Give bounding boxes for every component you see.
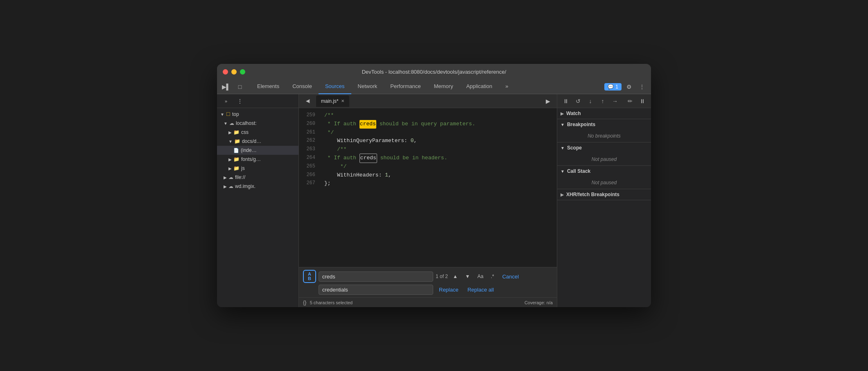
main-area: » ⋮ ▼ ☐ top ▼ ☁ localhost: ▶ (217, 94, 651, 307)
sidebar-header: » ⋮ (217, 94, 298, 108)
tree-item-localhost[interactable]: ▼ ☁ localhost: (217, 119, 298, 128)
line-numbers: 259 260 261 262 263 264 265 266 267 (299, 108, 319, 267)
step-into-button[interactable]: ↓ (585, 96, 596, 106)
cancel-button[interactable]: Cancel (499, 272, 522, 281)
status-left: {} 5 characters selected (303, 299, 353, 305)
tree-label: wd.imgix. (235, 183, 255, 189)
status-bar: {} 5 characters selected Coverage: n/a (299, 297, 557, 307)
file-icon: 📄 (233, 148, 239, 153)
line-num-261: 261 (299, 129, 315, 137)
close-button[interactable] (223, 69, 228, 75)
replace-all-button[interactable]: Replace all (464, 285, 497, 294)
pause-button[interactable]: ⏸ (561, 96, 571, 106)
replace-row: Replace Replace all (303, 285, 553, 295)
close-tab-icon[interactable]: ✕ (341, 99, 344, 103)
inspect-icon[interactable]: □ (234, 81, 246, 93)
tree-label: (inde… (241, 147, 257, 153)
code-line-259: /** (324, 111, 557, 120)
breakpoints-section-header[interactable]: ▼ Breakpoints (557, 119, 651, 130)
match-case-button[interactable]: Aa (475, 273, 486, 280)
scope-section-label: Scope (567, 145, 582, 151)
regex-button[interactable]: .* (488, 273, 497, 280)
tab-sources[interactable]: Sources (319, 79, 351, 94)
code-line-266: WithinHeaders: 1, (324, 171, 557, 180)
devtools-window: DevTools - localhost:8080/docs/devtools/… (217, 64, 651, 307)
tree-item-js[interactable]: ▶ 📁 js (217, 164, 298, 173)
line-num-263: 263 (299, 145, 315, 154)
editor-tab-mainjs[interactable]: main.js* ✕ (316, 95, 349, 107)
xhr-breakpoints-section-header[interactable]: ▶ XHR/fetch Breakpoints (557, 189, 651, 200)
line-num-264: 264 (299, 154, 315, 163)
tree-label: css (241, 129, 249, 135)
step-over-button[interactable]: ↺ (573, 96, 583, 106)
chevron-right-icon: ▶ (224, 184, 227, 189)
pause-on-exceptions-button[interactable]: ⏸ (637, 96, 648, 106)
xhr-breakpoints-section: ▶ XHR/fetch Breakpoints (557, 189, 651, 200)
search-input[interactable] (319, 271, 433, 282)
scope-section-header[interactable]: ▼ Scope (557, 143, 651, 153)
search-next-button[interactable]: ▼ (463, 271, 472, 281)
file-tree: ▼ ☐ top ▼ ☁ localhost: ▶ 📁 css (217, 108, 298, 307)
cursor-icon[interactable]: ▶▌ (220, 81, 232, 93)
tree-item-fonts[interactable]: ▶ 📁 fonts/g… (217, 155, 298, 164)
call-stack-section-header[interactable]: ▼ Call Stack (557, 166, 651, 176)
chevron-right-icon: ▶ (228, 166, 232, 171)
tree-label: top (232, 111, 239, 117)
call-stack-not-paused-text: Not paused (592, 180, 617, 186)
chevron-right-icon: ▶ (228, 130, 232, 135)
ab-toggle-button[interactable]: AB (303, 270, 316, 283)
editor-area: ◀| main.js* ✕ ▶ 259 260 261 262 263 264 (299, 94, 557, 307)
tab-performance[interactable]: Performance (384, 79, 427, 94)
braces-icon: {} (303, 299, 307, 305)
tab-memory[interactable]: Memory (427, 79, 460, 94)
watch-section-label: Watch (566, 111, 581, 116)
line-num-265: 265 (299, 163, 315, 171)
replace-input[interactable] (319, 285, 433, 295)
code-line-263: /** (324, 145, 557, 154)
sidebar-expand-icon[interactable]: » (220, 95, 232, 107)
search-replace-bar: AB 1 of 2 ▲ ▼ Aa .* Cancel Replace (299, 267, 557, 297)
tab-application[interactable]: Application (460, 79, 499, 94)
watch-section: ▶ Watch (557, 108, 651, 119)
search-highlight-1: creds (359, 120, 376, 129)
tab-console[interactable]: Console (286, 79, 319, 94)
settings-button[interactable]: ⚙ (623, 81, 635, 93)
line-num-267: 267 (299, 179, 315, 188)
replace-button[interactable]: Replace (436, 285, 462, 294)
tab-more[interactable]: » (499, 79, 515, 94)
chevron-down-icon: ▼ (220, 112, 224, 117)
tree-item-top[interactable]: ▼ ☐ top (217, 110, 298, 119)
ab-toggle-label: AB (308, 272, 311, 281)
sidebar-menu-icon[interactable]: ⋮ (234, 95, 246, 107)
tab-elements[interactable]: Elements (251, 79, 286, 94)
step-out-button[interactable]: ↑ (597, 96, 608, 106)
line-num-259: 259 (299, 111, 315, 120)
more-menu-button[interactable]: ⋮ (636, 81, 648, 93)
traffic-lights (223, 69, 245, 75)
search-prev-button[interactable]: ▲ (450, 271, 460, 281)
tree-item-wd-imgix[interactable]: ▶ ☁ wd.imgix. (217, 182, 298, 191)
run-snippet-icon[interactable]: ▶ (542, 95, 554, 107)
code-line-262: WithinQueryParameters: 0, (324, 137, 557, 145)
code-line-260: * If auth creds should be in query param… (324, 120, 557, 129)
code-view[interactable]: 259 260 261 262 263 264 265 266 267 /** … (299, 108, 557, 267)
editor-tab-bar: ◀| main.js* ✕ ▶ (299, 94, 557, 108)
tree-item-index[interactable]: 📄 (inde… (217, 146, 298, 155)
cloud-icon: ☁ (228, 174, 233, 180)
cloud-icon: ☁ (229, 120, 234, 126)
step-button[interactable]: → (610, 96, 620, 106)
maximize-button[interactable] (240, 69, 245, 75)
minimize-button[interactable] (231, 69, 237, 75)
tree-item-css[interactable]: ▶ 📁 css (217, 128, 298, 137)
deactivate-breakpoints-button[interactable]: ✏ (625, 96, 635, 106)
watch-section-header[interactable]: ▶ Watch (557, 108, 651, 119)
code-line-267: }; (324, 179, 557, 188)
scope-content: Not paused (557, 153, 651, 165)
code-line-261: */ (324, 129, 557, 137)
notifications-badge[interactable]: 💬 1 (604, 83, 622, 90)
editor-back-icon[interactable]: ◀| (302, 95, 314, 107)
call-stack-section-label: Call Stack (567, 168, 590, 174)
tree-item-file[interactable]: ▶ ☁ file:// (217, 173, 298, 182)
tab-network[interactable]: Network (351, 79, 384, 94)
tree-item-docs[interactable]: ▼ 📁 docs/d… (217, 137, 298, 146)
